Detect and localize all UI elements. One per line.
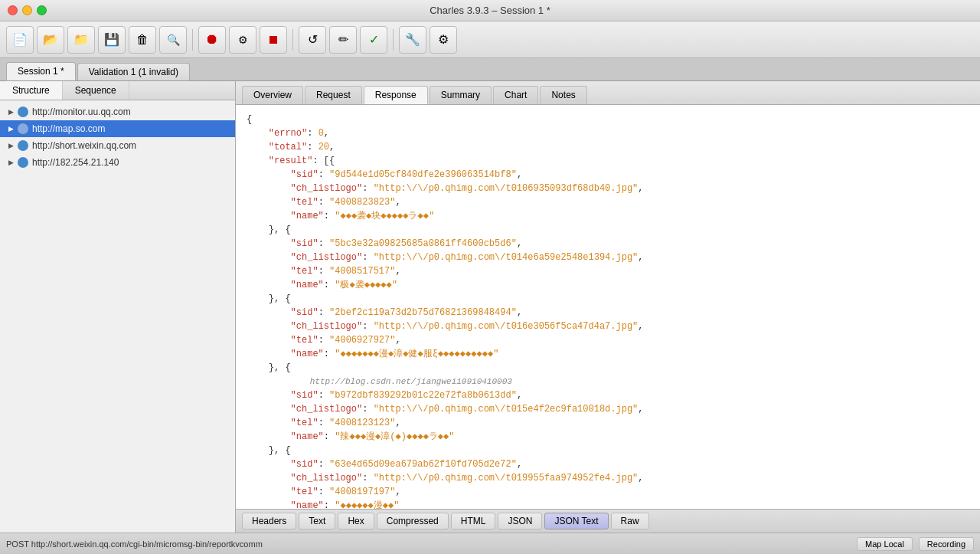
new-session-button[interactable]: 📄 (6, 26, 34, 54)
window-controls (8, 5, 47, 15)
stop-button[interactable]: ⏹ (260, 26, 287, 54)
tree-item-map[interactable]: ▶ http://map.so.com (0, 120, 235, 137)
right-tab-bar: Overview Request Response Summary Chart … (236, 81, 980, 105)
tab-request[interactable]: Request (305, 86, 362, 104)
delete-button[interactable]: 🗑 (129, 26, 156, 54)
tools-button[interactable]: 🔧 (399, 26, 426, 54)
left-panel: Structure Sequence ▶ http://monitor.uu.q… (0, 81, 236, 533)
toolbar: 📄 📂 📁 💾 🗑 🔍 ⏺ ⚙ ⏹ ↺ ✏ ✓ 🔧 ⚙ (0, 21, 980, 58)
tree-label-ip: http://182.254.21.140 (32, 157, 119, 168)
close-button[interactable] (8, 5, 18, 15)
status-text: POST http://short.weixin.qq.com/cgi-bin/… (6, 539, 263, 549)
tab-summary[interactable]: Summary (430, 86, 492, 104)
tree-arrow-weixin: ▶ (6, 141, 15, 150)
tab-response[interactable]: Response (364, 86, 428, 104)
tab-hex[interactable]: Hex (338, 513, 374, 529)
tab-chart[interactable]: Chart (493, 86, 538, 104)
refresh-button[interactable]: ↺ (299, 26, 326, 54)
tree-label-weixin: http://short.weixin.qq.com (32, 140, 136, 151)
left-panel-tab-bar: Structure Sequence (0, 81, 235, 100)
map-local-button[interactable]: Map Local (857, 537, 913, 551)
separator-3 (393, 29, 394, 51)
tab-json[interactable]: JSON (498, 513, 542, 529)
tree-view: ▶ http://monitor.uu.qq.com ▶ http://map.… (0, 100, 235, 533)
save-button[interactable]: 💾 (98, 26, 126, 54)
tree-label-map: http://map.so.com (32, 123, 105, 134)
globe-icon-monitor (17, 106, 29, 118)
tab-json-text[interactable]: JSON Text (544, 513, 608, 529)
tree-arrow-monitor: ▶ (6, 107, 15, 116)
globe-icon-map (17, 123, 29, 135)
tab-html[interactable]: HTML (451, 513, 496, 529)
window-title: Charles 3.9.3 – Session 1 * (430, 5, 550, 16)
edit-button[interactable]: ✏ (329, 26, 357, 54)
tab-headers[interactable]: Headers (242, 513, 296, 529)
tab-text[interactable]: Text (299, 513, 335, 529)
tab-sequence[interactable]: Sequence (63, 81, 129, 100)
bottom-tab-bar: Headers Text Hex Compressed HTML JSON JS… (236, 509, 980, 533)
tab-overview[interactable]: Overview (242, 86, 303, 104)
find-button[interactable]: 🔍 (159, 26, 187, 54)
title-bar: Charles 3.9.3 – Session 1 * (0, 0, 980, 21)
tree-arrow-ip: ▶ (6, 158, 15, 167)
json-viewer[interactable]: { "errno": 0, "total": 20, "result": [{ … (236, 105, 980, 509)
status-right-buttons: Map Local Recording (857, 537, 974, 551)
minimize-button[interactable] (22, 5, 32, 15)
separator-2 (292, 29, 293, 51)
tree-item-ip[interactable]: ▶ http://182.254.21.140 (0, 154, 235, 171)
tree-label-monitor: http://monitor.uu.qq.com (32, 107, 131, 117)
globe-icon-weixin (17, 139, 29, 152)
settings-button[interactable]: ⚙ (430, 26, 457, 54)
recording-button[interactable]: Recording (919, 537, 974, 551)
main-content: Structure Sequence ▶ http://monitor.uu.q… (0, 81, 980, 533)
tab-structure[interactable]: Structure (0, 81, 63, 100)
open-button[interactable]: 📂 (37, 26, 64, 54)
record-button[interactable]: ⏺ (198, 26, 226, 54)
maximize-button[interactable] (37, 5, 47, 15)
session-tab-validation[interactable]: Validation 1 (1 invalid) (77, 63, 190, 80)
session-tab-1[interactable]: Session 1 * (6, 62, 76, 80)
tree-arrow-map: ▶ (6, 124, 15, 133)
tab-compressed[interactable]: Compressed (377, 513, 449, 529)
session-tab-bar: Session 1 * Validation 1 (1 invalid) (0, 58, 980, 81)
globe-icon-ip (17, 156, 29, 169)
right-panel: Overview Request Response Summary Chart … (236, 81, 980, 533)
tree-item-weixin[interactable]: ▶ http://short.weixin.qq.com (0, 137, 235, 154)
tab-raw[interactable]: Raw (611, 513, 649, 529)
tab-notes[interactable]: Notes (540, 86, 586, 104)
close-session-button[interactable]: 📁 (67, 26, 95, 54)
check-button[interactable]: ✓ (360, 26, 387, 54)
content-area: { "errno": 0, "total": 20, "result": [{ … (236, 105, 980, 509)
tree-item-monitor[interactable]: ▶ http://monitor.uu.qq.com (0, 103, 235, 120)
tooltip-text: http://blog.csdn.net/jiangwei10910410003 (310, 377, 512, 386)
status-bar: POST http://short.weixin.qq.com/cgi-bin/… (0, 533, 980, 554)
filter-button[interactable]: ⚙ (229, 26, 256, 54)
separator-1 (192, 29, 193, 51)
